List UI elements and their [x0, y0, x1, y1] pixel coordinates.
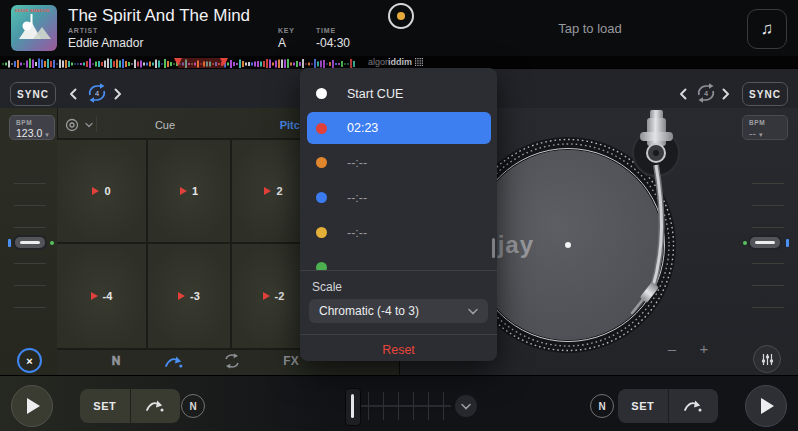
fader-tick [14, 263, 46, 264]
right-loop-increase-button[interactable] [721, 87, 731, 101]
cue-item[interactable]: Start CUE [300, 76, 497, 111]
pitch-cue-pad[interactable]: -4 [57, 242, 148, 348]
scale-value: Chromatic (-4 to 3) [319, 304, 468, 318]
album-art-text: EDDIE AMADOR [15, 8, 50, 13]
left-fader-green-mark [50, 241, 54, 245]
scale-label: Scale [312, 280, 342, 294]
chevron-down-icon: ▾ [45, 131, 49, 138]
fader-tick [752, 227, 784, 228]
chevron-down-icon[interactable] [85, 122, 93, 128]
right-play-button[interactable] [745, 385, 787, 427]
cue-item[interactable]: --:-- [300, 180, 497, 215]
reset-pitch-button[interactable]: × [17, 348, 42, 373]
crossfader-tick [383, 392, 384, 420]
chevron-right-icon [722, 88, 730, 100]
tab-cue[interactable]: Cue [100, 119, 230, 131]
cue-list: Start CUE02:23--:----:----:-- [300, 68, 497, 270]
top-bar: EDDIE AMADOR The Spirit And The Mind ART… [0, 0, 798, 56]
cue-item[interactable]: --:-- [300, 215, 497, 250]
right-loop-button[interactable]: 4 [694, 81, 718, 105]
crossfader-options-button[interactable] [455, 395, 477, 417]
left-pitch-fader-handle[interactable] [13, 235, 47, 250]
left-loop-decrease-button[interactable] [68, 87, 78, 101]
popup-divider [300, 334, 497, 335]
crossfader-tick [413, 392, 414, 420]
algoriddim-grid-icon [415, 58, 423, 66]
track-title: The Spirit And The Mind [68, 6, 250, 26]
music-library-button[interactable]: ♫ [747, 9, 787, 49]
tap-to-load-prompt[interactable]: Tap to load [380, 21, 798, 36]
play-icon [761, 398, 774, 414]
left-neural-mix-toggle[interactable]: N [181, 394, 205, 418]
crossfader-tick [443, 392, 444, 420]
right-jump-cue-button[interactable] [669, 389, 719, 423]
cue-target-icon[interactable] [65, 118, 79, 132]
right-sync-button[interactable]: SYNC [742, 82, 788, 106]
fader-tick [14, 285, 46, 286]
popup-divider [300, 270, 497, 271]
zoom-in-button[interactable]: + [696, 340, 712, 356]
left-loop-increase-button[interactable] [113, 87, 123, 101]
cue-jump-icon [164, 353, 184, 370]
pitch-cue-pad[interactable]: 0 [57, 138, 148, 242]
crossfader-track[interactable] [359, 405, 451, 407]
right-fader-green-mark [743, 241, 747, 245]
right-loop-decrease-button[interactable] [678, 87, 688, 101]
left-play-button[interactable] [11, 385, 53, 427]
tabbar-divider [96, 116, 97, 132]
right-pitch-fader-handle[interactable] [748, 235, 782, 250]
right-bpm-box[interactable]: BPM -- ▾ [742, 115, 788, 140]
album-art[interactable]: EDDIE AMADOR [11, 5, 57, 51]
pitch-cue-pad[interactable]: -3 [148, 242, 232, 348]
right-neural-mix-toggle[interactable]: N [590, 394, 614, 418]
algoriddim-logo: algoriddim [368, 57, 423, 67]
crossfader-handle[interactable] [345, 388, 361, 426]
chevron-down-icon: ▾ [759, 131, 763, 138]
sliders-icon [761, 353, 774, 366]
play-triangle-icon [178, 292, 185, 300]
zoom-out-button[interactable]: – [664, 340, 680, 356]
cue-item[interactable]: --:-- [300, 145, 497, 180]
artist-label: ARTIST [68, 27, 98, 34]
chevron-right-icon [114, 88, 122, 100]
fader-tick [14, 205, 46, 206]
loop-mode-button[interactable] [220, 350, 244, 372]
neural-mix-button[interactable]: 𝐍 [104, 350, 128, 372]
left-set-cue-button[interactable]: SET [80, 389, 130, 423]
left-cue-group: SET [80, 389, 180, 423]
mixer-button[interactable] [753, 345, 781, 373]
svg-text:4: 4 [704, 89, 708, 98]
fader-tick [752, 285, 784, 286]
left-sync-button[interactable]: SYNC [10, 82, 56, 106]
crossfader-tick [428, 392, 429, 420]
cue-item-label: --:-- [347, 191, 367, 205]
pitch-cue-pad[interactable]: 1 [148, 138, 232, 242]
stage: EDDIE AMADOR The Spirit And The Mind ART… [0, 0, 798, 431]
left-loop-button[interactable]: 4 [85, 81, 109, 105]
crossfader-tick [368, 392, 369, 420]
music-note-icon: ♫ [761, 19, 774, 39]
reset-button[interactable]: Reset [300, 343, 497, 357]
loop-icon: 4 [85, 81, 109, 105]
fader-handle-line [755, 241, 775, 244]
loop-icon: 4 [694, 81, 718, 105]
time-label: TIME [316, 27, 336, 34]
scale-dropdown[interactable]: Chromatic (-4 to 3) [309, 299, 488, 323]
crossfader-handle-line [351, 394, 354, 418]
right-set-cue-button[interactable]: SET [618, 389, 668, 423]
play-triangle-icon [264, 187, 271, 195]
fader-tick [752, 307, 784, 308]
left-bpm-box[interactable]: BPM 123.0 ▾ [9, 115, 55, 140]
chevron-down-icon [461, 403, 471, 410]
play-triangle-icon [263, 292, 270, 300]
popup-scrollbar[interactable] [492, 238, 495, 258]
cue-color-dot [316, 192, 327, 203]
key-label: KEY [278, 27, 295, 34]
record-indicator-dot [397, 12, 405, 20]
cycle-icon [223, 353, 241, 369]
cue-mode-button[interactable] [162, 350, 186, 372]
left-jump-cue-button[interactable] [131, 389, 181, 423]
cue-item-label: --:-- [347, 156, 367, 170]
cue-item[interactable]: 02:23 [307, 112, 491, 144]
cue-item[interactable] [300, 250, 497, 270]
